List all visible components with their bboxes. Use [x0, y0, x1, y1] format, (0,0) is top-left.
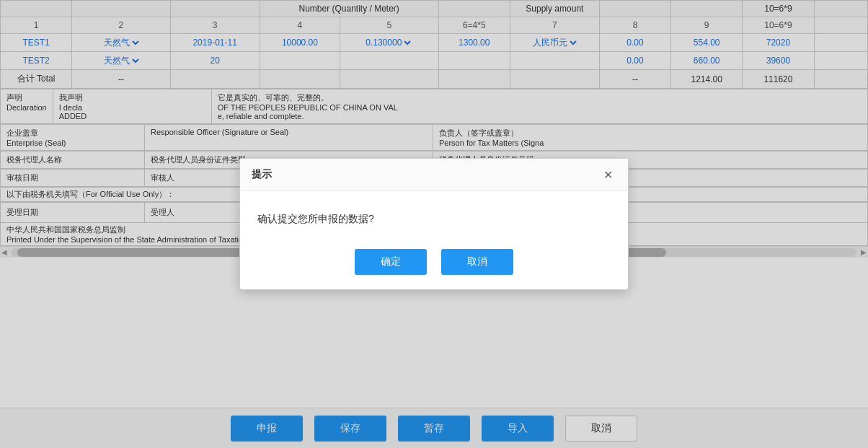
modal-header: 提示 ✕: [240, 159, 628, 191]
modal-overlay: 提示 ✕ 确认提交您所申报的数据? 确定 取消: [0, 0, 868, 448]
modal-title: 提示: [252, 168, 272, 181]
main-container: Number (Quantity / Meter) Supply amount …: [0, 0, 868, 448]
modal-footer: 确定 取消: [240, 240, 628, 289]
modal-body: 确认提交您所申报的数据?: [240, 191, 628, 240]
modal-confirm-button[interactable]: 确定: [355, 249, 427, 275]
modal-close-button[interactable]: ✕: [599, 166, 616, 183]
modal-dialog: 提示 ✕ 确认提交您所申报的数据? 确定 取消: [239, 158, 629, 290]
modal-cancel-button[interactable]: 取消: [441, 249, 513, 275]
modal-message: 确认提交您所申报的数据?: [257, 213, 374, 224]
